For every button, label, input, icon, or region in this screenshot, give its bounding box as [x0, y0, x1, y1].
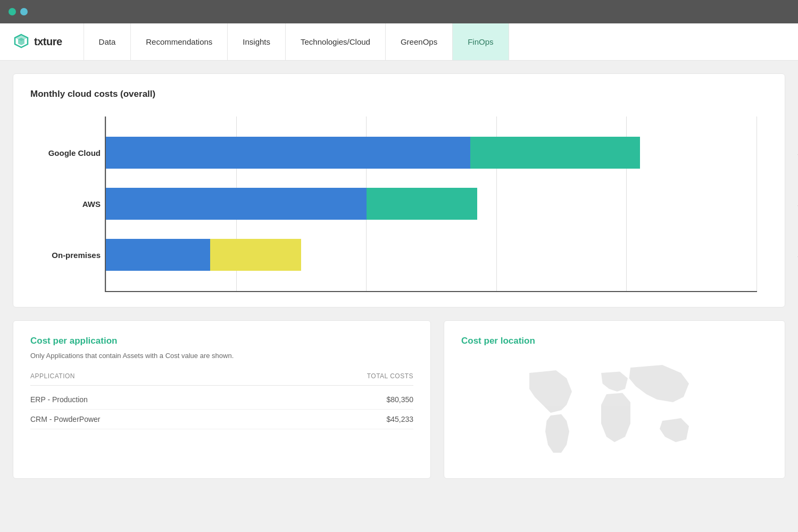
chart-card: Monthly cloud costs (overall) Google Clo… — [13, 73, 785, 307]
bar-segment-google-cloud-1 — [106, 137, 470, 169]
nav-item-technologies-cloud[interactable]: Technologies/Cloud — [286, 23, 386, 60]
header: txture Data Recommendations Insights Tec… — [0, 23, 798, 61]
cost-per-application-card: Cost per application Only Applications t… — [13, 320, 431, 479]
bars-container: Google Cloud $660,790.95 AWS — [106, 117, 757, 291]
cost-per-location-title: Cost per location — [461, 336, 768, 346]
titlebar-dot-2 — [20, 8, 28, 15]
logo-icon — [13, 34, 30, 51]
cost-per-application-table-header: Application Total costs — [30, 372, 413, 386]
cost-per-application-subtitle: Only Applications that contain Assets wi… — [30, 352, 413, 360]
cell-cost-crm: $45,233 — [386, 415, 413, 423]
nav-item-insights[interactable]: Insights — [228, 23, 286, 60]
cost-per-application-title: Cost per application — [30, 336, 413, 346]
bar-row-aws: AWS $508,324.09 — [106, 178, 757, 229]
main-nav: Data Recommendations Insights Technologi… — [84, 23, 509, 60]
logo-text: txture — [34, 36, 62, 48]
bar-label-aws: AWS — [31, 200, 101, 209]
bar-group-on-premises — [106, 239, 757, 271]
map-container — [461, 357, 768, 463]
bar-segment-on-premises-2 — [210, 239, 301, 271]
cell-cost-erp: $80,350 — [386, 395, 413, 404]
col-header-total-costs: Total costs — [367, 372, 413, 380]
bar-group-google-cloud — [106, 137, 757, 169]
bottom-section: Cost per application Only Applications t… — [13, 320, 785, 479]
table-row-erp-production: ERP - Production $80,350 — [30, 390, 413, 410]
logo[interactable]: txture — [13, 34, 62, 51]
bar-row-on-premises: On-premises $219,054.30 — [106, 229, 757, 280]
chart-area: Google Cloud $660,790.95 AWS — [105, 117, 757, 292]
bar-segment-google-cloud-2 — [470, 137, 639, 169]
col-header-application: Application — [30, 372, 75, 380]
cell-app-erp: ERP - Production — [30, 395, 88, 404]
bar-segment-on-premises-1 — [106, 239, 210, 271]
cell-app-crm: CRM - PowderPower — [30, 415, 100, 423]
nav-item-recommendations[interactable]: Recommendations — [131, 23, 228, 60]
bar-chart: Google Cloud $660,790.95 AWS — [30, 117, 768, 292]
bar-label-on-premises: On-premises — [31, 251, 101, 260]
nav-item-finops[interactable]: FinOps — [453, 23, 509, 60]
world-map-icon — [461, 357, 768, 463]
bar-label-google-cloud: Google Cloud — [31, 148, 101, 157]
bar-segment-aws-2 — [367, 188, 477, 220]
nav-item-data[interactable]: Data — [84, 23, 131, 60]
titlebar — [0, 0, 798, 23]
bar-group-aws — [106, 188, 757, 220]
chart-title: Monthly cloud costs (overall) — [30, 89, 768, 99]
main-content: Monthly cloud costs (overall) Google Clo… — [0, 61, 798, 492]
titlebar-dot-1 — [9, 8, 16, 15]
svg-marker-2 — [15, 35, 28, 41]
bar-row-google-cloud: Google Cloud $660,790.95 — [106, 127, 757, 178]
cost-per-location-card: Cost per location — [444, 320, 785, 479]
nav-item-greenops[interactable]: GreenOps — [386, 23, 453, 60]
bar-segment-aws-1 — [106, 188, 367, 220]
table-row-crm-powderpower: CRM - PowderPower $45,233 — [30, 410, 413, 429]
